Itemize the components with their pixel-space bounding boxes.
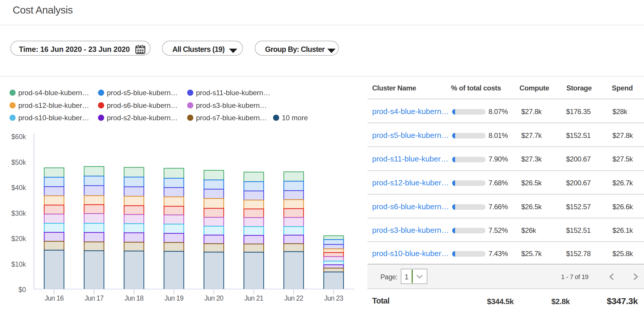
svg-text:$10k: $10k xyxy=(11,260,26,268)
svg-text:Jun 23: Jun 23 xyxy=(324,294,343,302)
svg-text:$0: $0 xyxy=(18,286,26,293)
svg-text:Jun 18: Jun 18 xyxy=(125,294,143,302)
svg-text:Jun 19: Jun 19 xyxy=(164,294,183,302)
svg-text:Jun 20: Jun 20 xyxy=(204,294,223,302)
svg-text:Jun 17: Jun 17 xyxy=(84,294,103,302)
svg-text:$30k: $30k xyxy=(11,210,26,217)
svg-text:$20k: $20k xyxy=(11,235,26,243)
svg-text:$50k: $50k xyxy=(11,159,26,166)
svg-text:Jun 21: Jun 21 xyxy=(244,294,263,302)
svg-text:$40k: $40k xyxy=(11,184,26,192)
svg-text:Jun 22: Jun 22 xyxy=(284,294,303,302)
svg-text:Jun 16: Jun 16 xyxy=(45,294,63,302)
svg-text:$60k: $60k xyxy=(11,133,26,141)
